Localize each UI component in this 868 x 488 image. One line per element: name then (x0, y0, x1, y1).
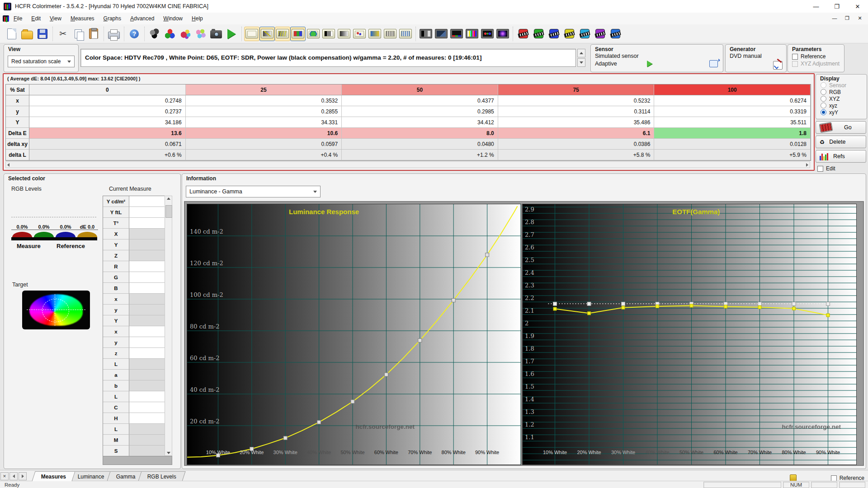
free-measures-view-button[interactable] (398, 27, 413, 41)
measure-row-value (129, 283, 165, 294)
menu-advanced[interactable]: Advanced (126, 14, 159, 23)
svg-text:1.7: 1.7 (525, 358, 534, 365)
go-button[interactable]: Go (816, 121, 866, 134)
measure-secondaries-button[interactable] (178, 27, 193, 41)
measure-grayscale-button[interactable] (147, 27, 162, 41)
rgb-bar-label: 0.0% (55, 224, 76, 230)
minimize-button[interactable]: — (806, 0, 826, 13)
pattern-dots-button[interactable] (480, 27, 495, 41)
measure-red-saturation-button[interactable] (515, 27, 531, 41)
measure-row-value (129, 239, 165, 250)
toolbar-group (513, 27, 625, 41)
scroll-down-icon[interactable] (167, 452, 170, 454)
menu-graphs[interactable]: Graphs (99, 14, 126, 23)
measure-row-value (129, 229, 165, 239)
measure-all-colors-button[interactable] (193, 27, 208, 41)
histogram-view-button[interactable] (382, 27, 398, 41)
xyz-radio[interactable] (821, 103, 826, 108)
tab-measures[interactable]: Measures (32, 471, 75, 481)
tab-next-button[interactable] (19, 472, 27, 480)
tab-close-button[interactable]: ✕ (0, 472, 9, 480)
scroll-up-icon[interactable] (167, 197, 170, 200)
menu-view[interactable]: View (45, 14, 66, 23)
menu-file[interactable]: File (9, 14, 27, 23)
svg-text:2.3: 2.3 (525, 282, 534, 289)
menu-edit[interactable]: Edit (27, 14, 45, 23)
paste-button[interactable] (86, 27, 101, 41)
measure-row-label: H (103, 413, 129, 424)
menu-items: FileEditViewMeasuresGraphsAdvancedWindow… (9, 14, 208, 23)
measure-row-label: G (103, 272, 129, 283)
sat-row-label: delta xy (6, 139, 29, 150)
pattern-nebula-button[interactable] (495, 27, 510, 41)
measure-cms-colors-button[interactable] (608, 27, 623, 41)
pattern-primaries-button[interactable] (449, 27, 464, 41)
xyy-radio[interactable] (821, 109, 826, 115)
spin-up-button[interactable] (577, 49, 585, 57)
svg-text:2.1: 2.1 (525, 307, 534, 314)
reference-checkbox[interactable] (792, 54, 798, 60)
cut-button[interactable]: ✂ (55, 27, 71, 41)
snapshot-button[interactable] (208, 27, 224, 41)
color-temperature-view-button[interactable] (367, 27, 382, 41)
tab-rgb-levels[interactable]: RGB Levels (138, 471, 185, 481)
svg-text:60 cd m-2: 60 cd m-2 (190, 355, 219, 361)
reference-checkbox[interactable] (831, 475, 837, 481)
measure-magenta-saturation-button[interactable] (592, 27, 608, 41)
generator-edit-icon[interactable] (773, 61, 783, 70)
edit-checkbox[interactable] (817, 166, 823, 172)
measure-cyan-saturation-button[interactable] (577, 27, 592, 41)
graph-selector-dropdown[interactable]: Luminance - Gamma (186, 186, 321, 197)
saturation-view-button[interactable] (352, 27, 367, 41)
rgb-radio[interactable] (821, 89, 826, 95)
luminance-view-button[interactable] (259, 27, 275, 41)
new-file-button[interactable] (4, 27, 19, 41)
pattern-colorbars-button[interactable] (464, 27, 480, 41)
mdi-minimize-button[interactable]: — (829, 14, 840, 23)
view-preset-dropdown[interactable]: Red saturation scale (8, 56, 75, 67)
rgb-levels-view-button[interactable] (290, 27, 306, 41)
tab-prev-button[interactable] (9, 472, 18, 480)
open-file-button[interactable] (19, 27, 35, 41)
scroll-right-icon[interactable] (806, 163, 808, 167)
measure-table-vscrollbar[interactable] (165, 196, 172, 456)
menu-measures[interactable]: Measures (66, 14, 99, 23)
nearwhite-view-button[interactable] (336, 27, 352, 41)
menu-help[interactable]: Help (187, 14, 208, 23)
sensor-export-icon[interactable] (709, 60, 718, 67)
measure-row-label: X (103, 229, 129, 239)
copy-button[interactable] (71, 27, 86, 41)
gamma-view-button[interactable] (275, 27, 290, 41)
saturation-table-hscrollbar[interactable] (5, 161, 810, 168)
xyz-radio[interactable] (821, 96, 826, 102)
run-measures-button[interactable] (224, 27, 239, 41)
save-file-button[interactable] (35, 27, 50, 41)
measure-blue-saturation-button[interactable] (546, 27, 561, 41)
measure-primaries-button[interactable] (162, 27, 178, 41)
pattern-grayscale-button[interactable] (418, 27, 434, 41)
about-help-button[interactable]: ? (127, 27, 142, 41)
svg-text:80% White: 80% White (442, 450, 466, 455)
mdi-close-button[interactable]: ✕ (854, 14, 865, 23)
menu-window[interactable]: Window (159, 14, 187, 23)
close-button[interactable]: ✕ (847, 0, 868, 13)
scroll-left-icon[interactable] (7, 163, 9, 167)
mdi-restore-button[interactable]: ❐ (842, 14, 853, 23)
rgb-bar (56, 232, 75, 237)
cie-chart-view-button[interactable] (306, 27, 321, 41)
scrollbar-thumb[interactable] (165, 205, 172, 218)
print-button[interactable] (106, 27, 122, 41)
spin-down-button[interactable] (577, 58, 585, 67)
refs-button[interactable]: Refs (816, 150, 866, 163)
maximize-button[interactable]: ❐ (826, 0, 847, 13)
nearblack-view-button[interactable] (321, 27, 336, 41)
measure-row-value (129, 337, 165, 348)
pattern-window-button[interactable] (434, 27, 449, 41)
sensor-run-icon[interactable] (647, 61, 652, 67)
measure-green-saturation-button[interactable] (531, 27, 546, 41)
app-logo-icon (4, 3, 11, 10)
measure-magenta-saturation-icon (595, 29, 605, 38)
measures-view-button[interactable] (244, 27, 259, 41)
delete-button[interactable]: ♻Delete (816, 136, 866, 148)
measure-yellow-saturation-button[interactable] (561, 27, 577, 41)
